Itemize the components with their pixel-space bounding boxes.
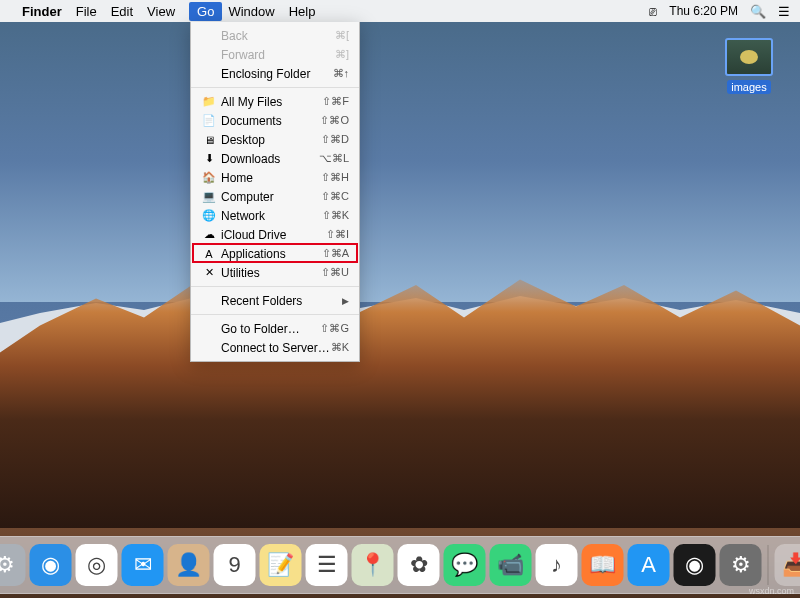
shortcut-label: ⇧⌘A xyxy=(322,247,349,260)
dock-mail-icon[interactable]: ✉ xyxy=(122,544,164,586)
utilities-icon: ✕ xyxy=(201,266,217,279)
dock-separator xyxy=(768,545,769,585)
shortcut-label: ⌘] xyxy=(335,48,349,61)
dock-calendar-icon[interactable]: 9 xyxy=(214,544,256,586)
shortcut-label: ⇧⌘O xyxy=(320,114,349,127)
menuitem-label: Home xyxy=(221,171,321,185)
menuitem-label: Forward xyxy=(221,48,335,62)
spotlight-icon[interactable]: 🔍 xyxy=(750,4,766,19)
dock-launchpad-icon[interactable]: ⚙ xyxy=(0,544,26,586)
menuitem-go-to-folder-[interactable]: Go to Folder…⇧⌘G xyxy=(191,319,359,338)
menuitem-applications[interactable]: AApplications⇧⌘A xyxy=(191,244,359,263)
dock-siri-icon[interactable]: ◉ xyxy=(674,544,716,586)
menuitem-computer[interactable]: 💻Computer⇧⌘C xyxy=(191,187,359,206)
shortcut-label: ⌥⌘L xyxy=(319,152,349,165)
computer-icon: 💻 xyxy=(201,190,217,203)
menuitem-label: Back xyxy=(221,29,335,43)
menuitem-forward: Forward⌘] xyxy=(191,45,359,64)
menu-view[interactable]: View xyxy=(147,4,175,19)
notification-center-icon[interactable]: ☰ xyxy=(778,4,790,19)
dock-reminders-icon[interactable]: ☰ xyxy=(306,544,348,586)
dock-preferences-icon[interactable]: ⚙ xyxy=(720,544,762,586)
shortcut-label: ⇧⌘I xyxy=(326,228,349,241)
dock-maps-icon[interactable]: 📍 xyxy=(352,544,394,586)
menuitem-label: Recent Folders xyxy=(221,294,342,308)
menuitem-documents[interactable]: 📄Documents⇧⌘O xyxy=(191,111,359,130)
desktop-screen: Finder FileEditViewGoWindowHelp ⎚ Thu 6:… xyxy=(0,0,800,598)
menuitem-label: Applications xyxy=(221,247,322,261)
dock-facetime-icon[interactable]: 📹 xyxy=(490,544,532,586)
menuitem-label: iCloud Drive xyxy=(221,228,326,242)
menuitem-label: Documents xyxy=(221,114,320,128)
menuitem-label: Desktop xyxy=(221,133,321,147)
dock-itunes-icon[interactable]: ♪ xyxy=(536,544,578,586)
menuitem-label: Enclosing Folder xyxy=(221,67,333,81)
downloads-icon: ⬇ xyxy=(201,152,217,165)
menu-go[interactable]: Go xyxy=(189,2,222,21)
menuitem-network[interactable]: 🌐Network⇧⌘K xyxy=(191,206,359,225)
shortcut-label: ⇧⌘D xyxy=(321,133,349,146)
documents-icon: 📄 xyxy=(201,114,217,127)
applications-icon: A xyxy=(201,248,217,260)
shortcut-label: ⌘K xyxy=(331,341,349,354)
shortcut-label: ⇧⌘U xyxy=(321,266,349,279)
app-name[interactable]: Finder xyxy=(22,4,62,19)
shortcut-label: ⇧⌘G xyxy=(320,322,349,335)
dock-ibooks-icon[interactable]: 📖 xyxy=(582,544,624,586)
menuitem-back: Back⌘[ xyxy=(191,26,359,45)
shortcut-label: ⇧⌘C xyxy=(321,190,349,203)
wallpaper-sky xyxy=(0,22,800,302)
menu-edit[interactable]: Edit xyxy=(111,4,133,19)
clock[interactable]: Thu 6:20 PM xyxy=(669,4,738,18)
home-icon: 🏠 xyxy=(201,171,217,184)
dock-contacts-icon[interactable]: 👤 xyxy=(168,544,210,586)
menubar: Finder FileEditViewGoWindowHelp ⎚ Thu 6:… xyxy=(0,0,800,22)
network-icon: 🌐 xyxy=(201,209,217,222)
menuitem-desktop[interactable]: 🖥Desktop⇧⌘D xyxy=(191,130,359,149)
menu-separator xyxy=(191,87,359,88)
shortcut-label: ⇧⌘F xyxy=(322,95,349,108)
menu-separator xyxy=(191,286,359,287)
dock-downloads-icon[interactable]: 📥 xyxy=(775,544,801,586)
dock-appstore-icon[interactable]: A xyxy=(628,544,670,586)
dock-chrome-icon[interactable]: ◎ xyxy=(76,544,118,586)
shortcut-label: ⌘[ xyxy=(335,29,349,42)
menuitem-utilities[interactable]: ✕Utilities⇧⌘U xyxy=(191,263,359,282)
menuitem-enclosing-folder[interactable]: Enclosing Folder⌘↑ xyxy=(191,64,359,83)
shortcut-label: ⇧⌘K xyxy=(322,209,349,222)
menuitem-label: Network xyxy=(221,209,322,223)
menubar-right: ⎚ Thu 6:20 PM 🔍 ☰ xyxy=(649,4,790,19)
menuitem-downloads[interactable]: ⬇Downloads⌥⌘L xyxy=(191,149,359,168)
menuitem-recent-folders[interactable]: Recent Folders▶ xyxy=(191,291,359,310)
file-thumbnail xyxy=(725,38,773,76)
file-label: images xyxy=(727,80,770,94)
shortcut-label: ⌘↑ xyxy=(333,67,350,80)
submenu-arrow-icon: ▶ xyxy=(342,296,349,306)
menuitem-connect-to-server-[interactable]: Connect to Server…⌘K xyxy=(191,338,359,357)
shortcut-label: ⇧⌘H xyxy=(321,171,349,184)
menuitem-label: Connect to Server… xyxy=(221,341,331,355)
icloud-drive-icon: ☁ xyxy=(201,228,217,241)
menu-help[interactable]: Help xyxy=(289,4,316,19)
desktop-icon: 🖥 xyxy=(201,134,217,146)
all-my-files-icon: 📁 xyxy=(201,95,217,108)
desktop-file-images[interactable]: images xyxy=(720,38,778,95)
menu-file[interactable]: File xyxy=(76,4,97,19)
menuitem-label: Go to Folder… xyxy=(221,322,320,336)
dock: ☺⚙◉◎✉👤9📝☰📍✿💬📹♪📖A◉⚙📥🗑 xyxy=(0,536,800,594)
dock-messages-icon[interactable]: 💬 xyxy=(444,544,486,586)
dock-notes-icon[interactable]: 📝 xyxy=(260,544,302,586)
menuitem-label: Utilities xyxy=(221,266,321,280)
menuitem-icloud-drive[interactable]: ☁iCloud Drive⇧⌘I xyxy=(191,225,359,244)
dock-safari-icon[interactable]: ◉ xyxy=(30,544,72,586)
menuitem-all-my-files[interactable]: 📁All My Files⇧⌘F xyxy=(191,92,359,111)
menuitem-home[interactable]: 🏠Home⇧⌘H xyxy=(191,168,359,187)
menuitem-label: Computer xyxy=(221,190,321,204)
dock-photos-icon[interactable]: ✿ xyxy=(398,544,440,586)
menu-window[interactable]: Window xyxy=(228,4,274,19)
watermark: wsxdn.com xyxy=(749,586,794,596)
go-menu-dropdown: Back⌘[Forward⌘]Enclosing Folder⌘↑📁All My… xyxy=(190,22,360,362)
menuitem-label: Downloads xyxy=(221,152,319,166)
airplay-icon[interactable]: ⎚ xyxy=(649,4,657,19)
menuitem-label: All My Files xyxy=(221,95,322,109)
